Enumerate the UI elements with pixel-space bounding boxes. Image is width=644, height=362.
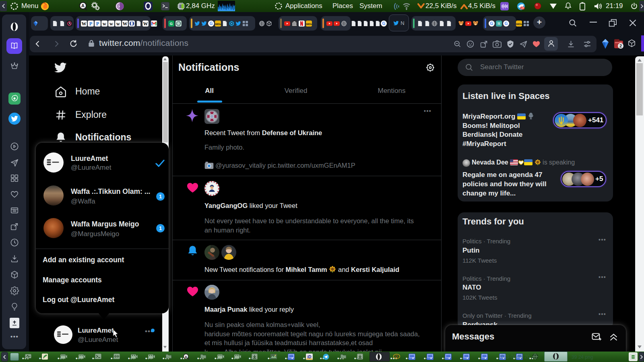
svg-text:G: G <box>209 21 213 26</box>
svg-text:A: A <box>185 355 187 359</box>
svg-text:G: G <box>382 21 385 26</box>
svg-text:IMDb: IMDb <box>306 22 312 25</box>
svg-text:W: W <box>143 21 148 26</box>
svg-text:IMDb: IMDb <box>516 22 522 25</box>
svg-text:π: π <box>497 21 501 26</box>
svg-text:G: G <box>504 21 508 26</box>
svg-text:P: P <box>89 21 93 26</box>
svg-text:-17: -17 <box>521 7 524 9</box>
svg-text:IMDb: IMDb <box>215 22 221 25</box>
svg-text:w: w <box>109 21 113 26</box>
svg-text:G: G <box>490 21 493 26</box>
svg-text:w: w <box>103 21 106 26</box>
svg-text:W: W <box>122 21 127 26</box>
svg-text:w: w <box>116 21 120 26</box>
svg-text:A: A <box>81 3 85 8</box>
svg-text:G: G <box>170 22 173 26</box>
svg-text:W: W <box>81 21 86 26</box>
svg-text:P: P <box>96 21 99 26</box>
svg-text:iD: iD <box>308 355 312 359</box>
svg-text:2: 2 <box>619 43 622 48</box>
